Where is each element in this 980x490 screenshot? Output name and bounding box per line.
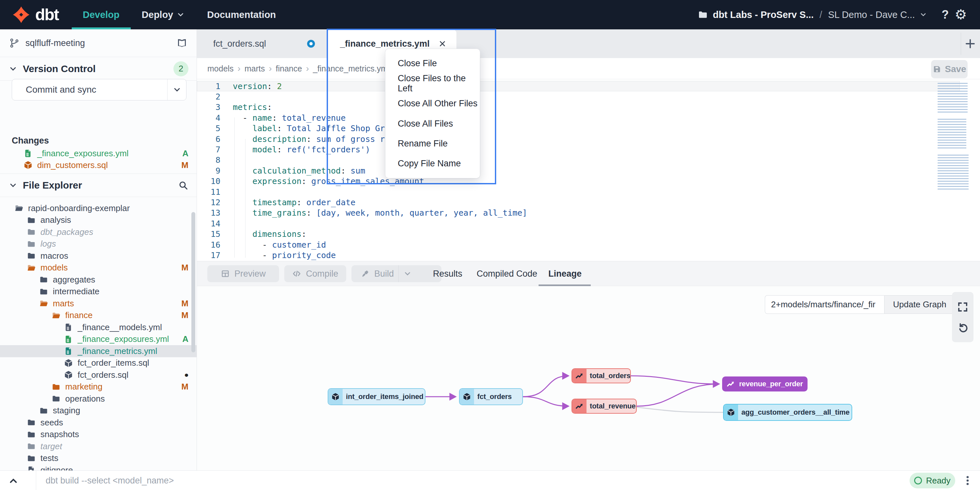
code-line[interactable]: 3metrics: (197, 102, 980, 113)
tree-item-finance[interactable]: financeM (0, 310, 197, 322)
tree-item-models[interactable]: modelsM (0, 262, 197, 274)
file-explorer-header[interactable]: File Explorer (0, 174, 197, 197)
nav-item-documentation[interactable]: Documentation (196, 0, 287, 29)
tree-item-logs[interactable]: logs (0, 238, 197, 250)
tree-item-gitignore[interactable]: gitignore (0, 464, 197, 471)
code-line[interactable]: 4 - name: total_revenue (197, 113, 980, 123)
tab-lineage[interactable]: Lineage (548, 261, 582, 286)
tree-item-target[interactable]: target (0, 441, 197, 452)
minimap[interactable] (938, 83, 969, 195)
tree-item-tests[interactable]: tests (0, 452, 197, 464)
tree-item-aggregates[interactable]: aggregates (0, 274, 197, 286)
git-branch-row[interactable]: sqlfluff-meeting (0, 29, 197, 57)
breadcrumb-item[interactable]: finance (276, 64, 302, 73)
code-line[interactable]: 5 label: Total Jaffle Shop Gross Re (197, 123, 980, 134)
tree-item-marketing[interactable]: marketingM (0, 381, 197, 393)
save-button[interactable]: Save (931, 60, 967, 78)
code-line[interactable]: 14 (197, 218, 980, 229)
tree-item-analysis[interactable]: analysis (0, 214, 197, 227)
code-line[interactable]: 12 timestamp: order_date (197, 197, 980, 207)
node-label: agg_customer_orders__all_time (738, 405, 852, 420)
breadcrumb: models› marts› finance› _finance_metrics… (207, 58, 390, 79)
docs-book-icon[interactable] (176, 37, 188, 49)
compile-button[interactable]: Compile (284, 265, 346, 282)
dbt-command-input[interactable] (46, 471, 861, 490)
nav-item-develop[interactable]: Develop (72, 0, 131, 29)
breadcrumb-item[interactable]: models (207, 64, 234, 73)
file-doc-icon (64, 346, 73, 356)
lineage-filter-input[interactable] (765, 295, 884, 314)
breadcrumb-item[interactable]: marts (245, 64, 265, 73)
kebab-menu-icon[interactable] (962, 475, 974, 487)
tab-compiled-code[interactable]: Compiled Code (477, 261, 537, 286)
update-graph-button[interactable]: Update Graph (884, 295, 955, 314)
code-line[interactable]: 2 (197, 91, 980, 102)
code-line[interactable]: 16 - customer_id (197, 239, 980, 250)
tab-results[interactable]: Results (433, 261, 462, 286)
code-token: 2 (272, 81, 282, 91)
build-button[interactable]: Build (352, 265, 441, 282)
new-tab-plus-icon[interactable] (964, 38, 976, 49)
account-switcher[interactable]: dbt Labs - ProServ S... / SL Demo - Dave… (698, 10, 927, 20)
tree-item-rapid-onboarding-exemplar[interactable]: rapid-onboarding-exemplar (0, 202, 197, 214)
code-line[interactable]: 9 calculation_method: sum (197, 165, 980, 176)
lineage-node-int-order-items-joined[interactable]: int_order_items_joined (328, 388, 425, 405)
fullscreen-icon[interactable] (957, 301, 969, 313)
help-icon[interactable]: ? (942, 8, 949, 22)
reset-view-icon[interactable] (957, 322, 969, 334)
tree-item-dbt-packages[interactable]: dbt_packages (0, 226, 197, 238)
tree-item-finance-exposures-yml[interactable]: _finance_exposures.ymlA (0, 334, 197, 345)
tree-item-operations[interactable]: operations (0, 393, 197, 405)
menu-item-close-file[interactable]: Close File (385, 54, 480, 73)
menu-item-copy-file-name[interactable]: Copy File Name (385, 154, 480, 174)
version-control-header[interactable]: Version Control 2 (0, 57, 197, 81)
menu-item-close-all-other-files[interactable]: Close All Other Files (385, 94, 480, 113)
tree-item-finance-models-yml[interactable]: _finance__models.yml (0, 321, 197, 334)
tree-item-seeds[interactable]: seeds (0, 417, 197, 429)
lineage-node-total-orders[interactable]: total_orders (571, 368, 631, 383)
code-line[interactable]: 13 time_grains: [day, week, month, quart… (197, 208, 980, 218)
commit-and-sync-button[interactable]: Commit and sync (12, 79, 186, 101)
tree-item-fct-order-items-sql[interactable]: fct_order_items.sql (0, 357, 197, 369)
code-line[interactable]: 7 model: ref('fct_orders') (197, 144, 980, 155)
search-icon[interactable] (178, 180, 188, 190)
code-line[interactable]: 11 (197, 187, 980, 197)
breadcrumb-item[interactable]: _finance_metrics.yml (313, 64, 390, 73)
tree-item-fct-orders-sql[interactable]: fct_orders.sql• (0, 369, 197, 381)
nav-item-deploy[interactable]: Deploy (131, 0, 196, 29)
menu-item-rename-file[interactable]: Rename File (385, 134, 480, 154)
tree-item-macros[interactable]: macros (0, 250, 197, 262)
chevron-up-icon[interactable] (8, 475, 19, 487)
code-line[interactable]: 15 dimensions: (197, 229, 980, 239)
tab-fct-orders-sql[interactable]: fct_orders.sql (202, 29, 326, 58)
tree-item-intermediate[interactable]: intermediate (0, 286, 197, 298)
build-options-caret[interactable] (398, 265, 416, 282)
tree-item-staging[interactable]: staging (0, 405, 197, 417)
code-token (233, 229, 252, 239)
lineage-node-total-revenue[interactable]: total_revenue (571, 399, 637, 413)
code-line[interactable]: 6 description: sum of gross revenue (197, 134, 980, 144)
dbt-logo[interactable]: dbt (0, 0, 72, 29)
tree-item-marts[interactable]: martsM (0, 297, 197, 310)
change-row-finance-exposures-yml[interactable]: _finance_exposures.yml A (0, 147, 197, 159)
tree-item-snapshots[interactable]: snapshots (0, 429, 197, 441)
lineage-node-revenue-per-order[interactable]: revenue_per_order (722, 377, 808, 391)
code-line[interactable]: 10 expression: gross_item_sales_amount (197, 176, 980, 187)
folder-open-icon (27, 263, 36, 272)
tree-item-finance-metrics-yml[interactable]: _finance_metrics.yml (0, 345, 197, 357)
change-row-dim-customers-sql[interactable]: dim_customers.sql M (0, 159, 197, 171)
preview-button[interactable]: Preview (207, 265, 279, 282)
close-icon[interactable] (438, 40, 447, 48)
settings-gear-icon[interactable]: ⚙ (955, 8, 967, 22)
lineage-node-agg-customer-orders-all-time[interactable]: agg_customer_orders__all_time (723, 404, 852, 421)
menu-item-close-all-files[interactable]: Close All Files (385, 113, 480, 133)
code-editor[interactable]: 1version: 223metrics:4 - name: total_rev… (197, 81, 980, 261)
code-line[interactable]: 1version: 2 (197, 81, 960, 91)
sidebar-scrollbar[interactable] (191, 212, 195, 352)
lineage-node-fct-orders[interactable]: fct_orders (459, 388, 523, 405)
code-line[interactable]: 17 - priority_code (197, 250, 980, 260)
code-line[interactable]: 8 (197, 155, 980, 165)
commit-options-caret[interactable] (167, 79, 186, 100)
menu-item-close-files-to-the-left[interactable]: Close Files to the Left (385, 73, 480, 94)
line-number: 10 (197, 177, 220, 186)
